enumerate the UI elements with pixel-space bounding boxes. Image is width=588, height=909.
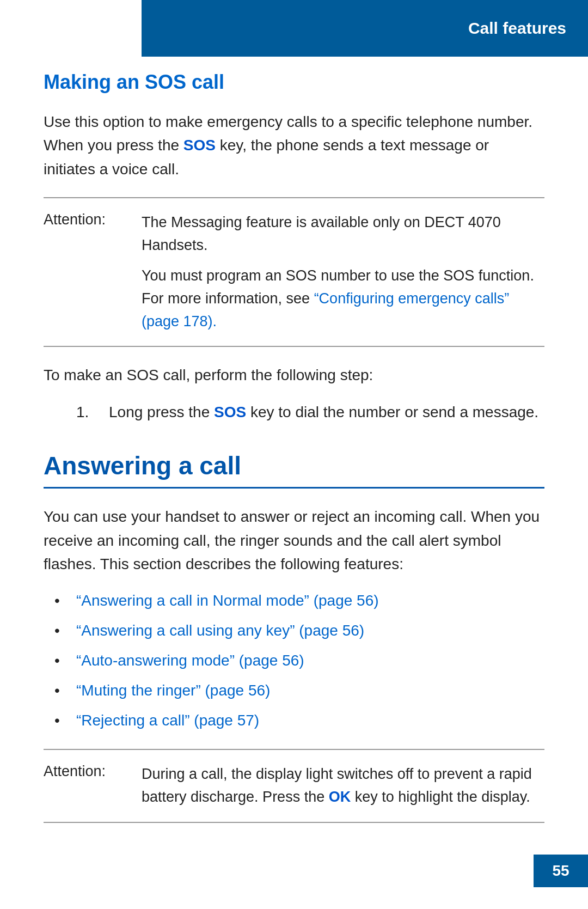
answering-bullet-list: “Answering a call in Normal mode” (page … xyxy=(76,589,544,733)
attention-box-2: Attention: During a call, the display li… xyxy=(44,749,544,823)
sos-intro-paragraph: Use this option to make emergency calls … xyxy=(44,110,544,181)
attention-content-2: During a call, the display light switche… xyxy=(142,763,544,809)
attention-line1: The Messaging feature is available only … xyxy=(142,211,544,257)
attention-content-1: The Messaging feature is available only … xyxy=(142,211,544,333)
attention-line2: You must program an SOS number to use th… xyxy=(142,265,544,333)
bullet-link-4[interactable]: “Muting the ringer” (page 56) xyxy=(76,682,270,699)
attention2-ok: OK xyxy=(329,789,351,805)
sos-steps-list: Long press the SOS key to dial the numbe… xyxy=(109,400,544,424)
sos-keyword-1: SOS xyxy=(183,137,216,154)
sos-step-1: Long press the SOS key to dial the numbe… xyxy=(109,400,544,424)
answering-section: Answering a call You can use your handse… xyxy=(44,451,544,823)
main-content: Making an SOS call Use this option to ma… xyxy=(0,0,588,894)
attention-box-1: Attention: The Messaging feature is avai… xyxy=(44,197,544,347)
bullet-item-2: “Answering a call using any key” (page 5… xyxy=(76,619,544,643)
step1-sos: SOS xyxy=(214,404,246,420)
sos-heading: Making an SOS call xyxy=(44,71,544,94)
answering-heading: Answering a call xyxy=(44,451,544,489)
bullet-item-1: “Answering a call in Normal mode” (page … xyxy=(76,589,544,613)
attention-label-1: Attention: xyxy=(44,211,142,228)
answering-intro-text: You can use your handset to answer or re… xyxy=(44,505,544,576)
step1-pre: Long press the xyxy=(109,404,214,420)
sos-section: Making an SOS call Use this option to ma… xyxy=(44,71,544,424)
attention-label-2: Attention: xyxy=(44,763,142,780)
bullet-link-1[interactable]: “Answering a call in Normal mode” (page … xyxy=(76,592,379,609)
bullet-link-2[interactable]: “Answering a call using any key” (page 5… xyxy=(76,622,364,639)
attention2-post: key to highlight the display. xyxy=(351,789,530,805)
header-bar: Call features xyxy=(142,0,588,57)
page-number: 55 xyxy=(534,855,588,887)
bullet-item-4: “Muting the ringer” (page 56) xyxy=(76,679,544,703)
step-intro-text: To make an SOS call, perform the followi… xyxy=(44,363,544,387)
bullet-item-5: “Rejecting a call” (page 57) xyxy=(76,709,544,733)
step1-post: key to dial the number or send a message… xyxy=(246,404,538,420)
bullet-link-3[interactable]: “Auto-answering mode” (page 56) xyxy=(76,652,304,669)
header-title: Call features xyxy=(468,19,566,38)
bullet-link-5[interactable]: “Rejecting a call” (page 57) xyxy=(76,712,259,729)
bullet-item-3: “Auto-answering mode” (page 56) xyxy=(76,649,544,673)
page-number-text: 55 xyxy=(552,862,569,880)
